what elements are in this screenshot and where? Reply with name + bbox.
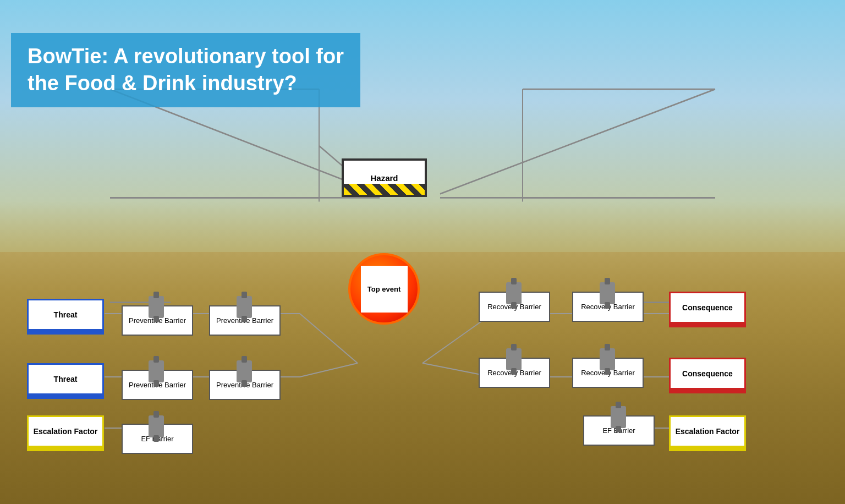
title-banner: BowTie: A revolutionary tool for the Foo… [11,33,360,107]
clamp-pb1 [149,296,164,318]
clamp-pb4 [237,360,252,382]
clamp-pb2 [237,296,252,318]
consequence-box-1: Consequence [669,292,746,327]
clamp-efb-left [149,415,164,437]
top-event-label: Top event [361,266,408,313]
top-event-circle: Top event [348,253,420,325]
clamp-rb2 [600,282,615,304]
threat-box-1: Threat [27,299,104,335]
hazard-box: Hazard [342,158,427,197]
hazard-stripe [344,184,425,195]
title-text: BowTie: A revolutionary tool for the Foo… [28,43,344,97]
clamp-pb3 [149,360,164,382]
escalation-factor-right: Escalation Factor [669,415,746,451]
escalation-factor-left: Escalation Factor [27,415,104,451]
clamp-rb1 [506,282,522,304]
clamp-rb4 [600,348,615,370]
clamp-rb3 [506,348,522,370]
clamp-efb-right [611,406,626,428]
consequence-box-2: Consequence [669,358,746,393]
threat-box-2: Threat [27,363,104,399]
